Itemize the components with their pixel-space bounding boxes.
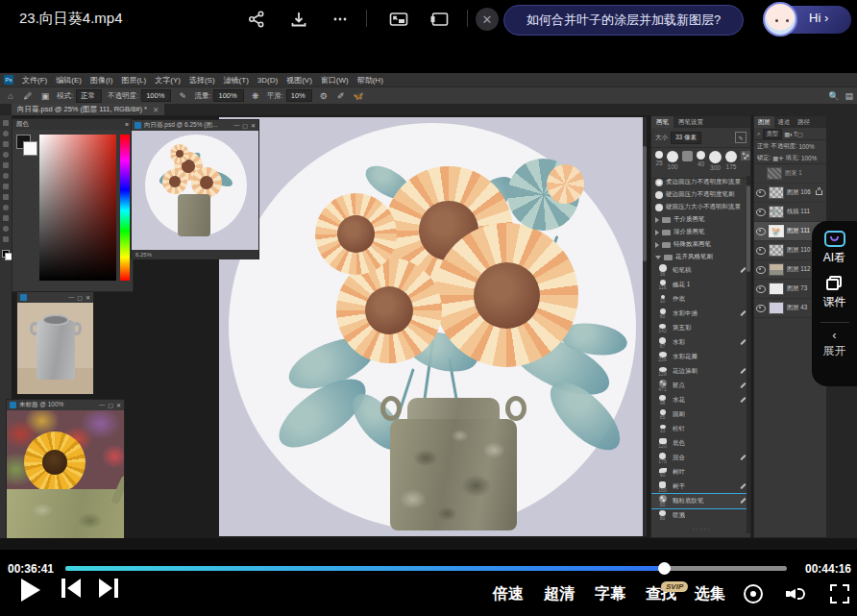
- menu-file[interactable]: 文件(F): [22, 75, 47, 86]
- fg-bg-swatch[interactable]: [2, 250, 10, 258]
- saturation-brightness-field[interactable]: [39, 135, 116, 281]
- close-icon[interactable]: ✕: [116, 402, 121, 408]
- brush-item[interactable]: 175混合: [651, 451, 750, 465]
- brush-folder[interactable]: 花卉风格笔刷: [651, 251, 750, 263]
- assistant-button[interactable]: Hi ›: [763, 2, 851, 37]
- brush-preset[interactable]: [682, 151, 693, 162]
- hue-slider[interactable]: [120, 135, 130, 281]
- float-window-can-photo[interactable]: — ▢ ✕: [16, 291, 94, 395]
- float-window-bouquet-photo[interactable]: 未标题 @ 100% — ▢ ✕: [6, 399, 125, 543]
- symmetry-icon[interactable]: 🦋: [353, 90, 364, 102]
- brush-item[interactable]: 236水彩花瓣: [651, 350, 750, 364]
- speed-button[interactable]: 倍速: [493, 584, 524, 604]
- volume-icon[interactable]: [786, 584, 809, 604]
- float-window-titlebar[interactable]: 向日葵.psd @ 6.25% (图... — ▢ ✕: [132, 120, 258, 131]
- layer-row[interactable]: 图层 106: [754, 184, 826, 203]
- progress-bar[interactable]: [65, 566, 787, 571]
- menu-select[interactable]: 选择(S): [189, 75, 215, 86]
- layer-filter-type[interactable]: 类型: [763, 129, 783, 139]
- brush-item[interactable]: 150树干: [651, 480, 750, 494]
- layer-search-icon[interactable]: ⌕: [757, 130, 761, 137]
- float-window-titlebar[interactable]: 未标题 @ 100% — ▢ ✕: [7, 400, 124, 410]
- play-button[interactable]: [21, 579, 40, 602]
- lock-icons[interactable]: ▦✛: [772, 155, 783, 161]
- flow-control[interactable]: 流量: 100%: [194, 89, 243, 102]
- search-feature-icon[interactable]: 🔍: [828, 91, 839, 101]
- brush-item[interactable]: 柔边圆压力不透明度和流量: [651, 176, 750, 188]
- tab-close-icon[interactable]: ✕: [153, 106, 159, 114]
- brush-item[interactable]: 10作底: [651, 292, 750, 307]
- pressure-opacity-icon[interactable]: ✎: [177, 90, 188, 102]
- menu-3d[interactable]: 3D(D): [257, 76, 278, 85]
- share-icon[interactable]: [244, 7, 269, 32]
- layer-row[interactable]: 线稿 111: [754, 203, 826, 222]
- layer-thumbnail[interactable]: [769, 244, 784, 257]
- brush-item-selected[interactable]: 60颗粒底纹笔: [651, 494, 750, 508]
- layer-thumbnail[interactable]: [769, 186, 784, 199]
- progress-handle[interactable]: [658, 562, 671, 575]
- visibility-toggle[interactable]: [756, 171, 764, 177]
- tab-paths[interactable]: 路径: [794, 116, 814, 128]
- expand-button[interactable]: ‹ 展开: [823, 331, 846, 359]
- visibility-toggle[interactable]: [756, 189, 766, 197]
- opacity-control[interactable]: 不透明度: 100%: [108, 89, 171, 102]
- brush-edit-icon[interactable]: ✎: [735, 132, 747, 143]
- brush-item[interactable]: 471斑点: [651, 379, 750, 393]
- tab-brush-settings[interactable]: 画笔设置: [673, 116, 708, 128]
- brush-item[interactable]: 36铅笔稿: [651, 263, 750, 278]
- brush-item[interactable]: 33松针: [651, 422, 750, 436]
- fullscreen-icon[interactable]: [830, 584, 849, 604]
- visibility-toggle[interactable]: [756, 285, 766, 293]
- brush-folder[interactable]: 湿介质画笔: [651, 226, 750, 238]
- tab-layers[interactable]: 图层: [754, 116, 774, 128]
- menu-help[interactable]: 帮助(H): [357, 75, 383, 86]
- menu-view[interactable]: 视图(V): [286, 75, 312, 86]
- widescreen-icon[interactable]: [427, 7, 452, 32]
- brush-item[interactable]: 90树叶: [651, 465, 750, 480]
- layer-thumbnail[interactable]: [769, 302, 784, 314]
- next-button[interactable]: [99, 579, 118, 598]
- brush-preset[interactable]: 100: [667, 151, 678, 170]
- brush-item[interactable]: 116蘸花 1: [651, 278, 750, 292]
- courseware-button[interactable]: 课件: [823, 276, 846, 310]
- close-icon[interactable]: ✕: [476, 8, 499, 31]
- menu-filter[interactable]: 滤镜(T): [224, 75, 249, 86]
- layer-thumbnail[interactable]: [767, 167, 782, 180]
- scatter-brush-icon[interactable]: [741, 151, 750, 160]
- minimize-icon[interactable]: —: [233, 122, 239, 129]
- visibility-toggle[interactable]: [756, 247, 766, 255]
- smoothing-control[interactable]: 平滑: 10%: [267, 89, 312, 102]
- record-icon[interactable]: [744, 584, 763, 604]
- minimize-icon[interactable]: —: [68, 294, 74, 301]
- brush-item[interactable]: 80喷溅: [651, 508, 750, 523]
- fill-value[interactable]: 100%: [801, 155, 817, 161]
- subtitles-button[interactable]: 字幕: [595, 584, 625, 604]
- brush-folder[interactable]: 特殊效果画笔: [651, 238, 750, 251]
- brush-item[interactable]: 120底色: [651, 436, 750, 451]
- brush-list-scrollbar[interactable]: [747, 176, 750, 533]
- tab-brushes[interactable]: 画笔: [651, 116, 673, 128]
- search-bar[interactable]: 如何合并叶子的涂层并加载新图层?: [503, 5, 744, 36]
- visibility-toggle[interactable]: [756, 305, 766, 312]
- brush-preset[interactable]: 175: [725, 151, 737, 170]
- tab-channels[interactable]: 通道: [774, 116, 795, 128]
- previous-button[interactable]: [61, 579, 81, 598]
- layer-thumbnail[interactable]: [769, 225, 784, 237]
- menu-layer[interactable]: 图层(L): [121, 75, 146, 86]
- brush-item[interactable]: 硬边圆压力不透明度笔刷: [651, 188, 750, 201]
- float-window-sunflower[interactable]: 向日葵.psd @ 6.25% (图... — ▢ ✕ 6.25%: [131, 119, 259, 259]
- opacity-value[interactable]: 100%: [799, 143, 815, 150]
- visibility-toggle[interactable]: [756, 228, 766, 235]
- pip-icon[interactable]: [386, 7, 411, 32]
- panel-menu-icon[interactable]: ≡: [125, 121, 129, 128]
- visibility-toggle[interactable]: [756, 209, 766, 216]
- brush-preset-icon[interactable]: 🖉: [22, 90, 34, 102]
- document-tab[interactable]: 向日葵.psd @ 25% (图层 111, RGB/8#) * ✕: [12, 104, 164, 115]
- quality-button[interactable]: 超清: [544, 584, 575, 604]
- float-window-titlebar[interactable]: — ▢ ✕: [17, 292, 93, 303]
- maximize-icon[interactable]: ▢: [242, 122, 248, 129]
- brush-panel-toggle-icon[interactable]: ▣: [39, 90, 51, 102]
- menu-window[interactable]: 窗口(W): [321, 75, 349, 86]
- color-swatches[interactable]: [16, 135, 36, 154]
- airbrush-icon[interactable]: ❋: [250, 90, 261, 102]
